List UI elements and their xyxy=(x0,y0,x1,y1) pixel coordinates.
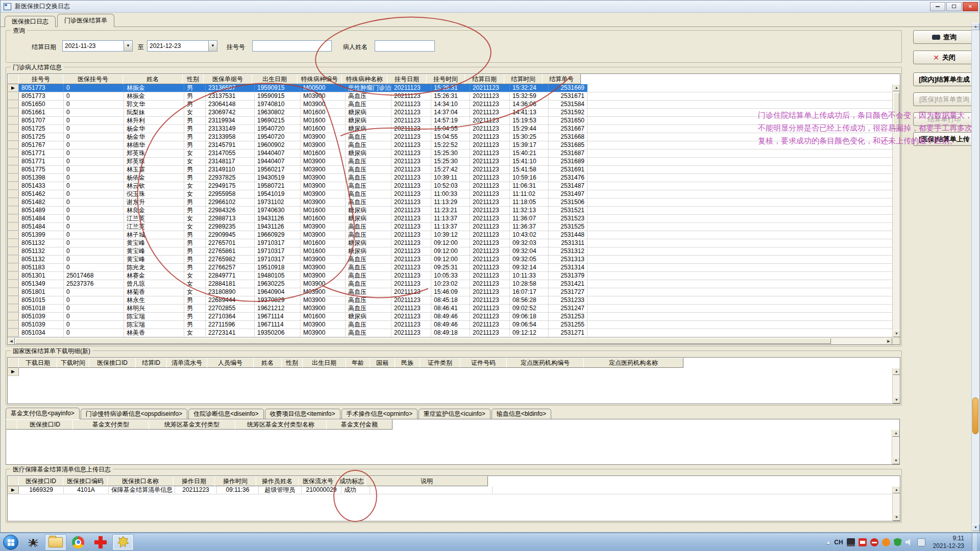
column-header[interactable]: 年龄 xyxy=(346,358,370,368)
minimize-button[interactable] xyxy=(930,2,945,11)
close-button[interactable]: ✕ 关闭 xyxy=(913,51,975,64)
table-row[interactable]: 80511830陈光龙男2276625719510918M03900高血压202… xyxy=(8,264,892,272)
table-row[interactable]: 805130125017468林赛金女2284977119480105M0390… xyxy=(8,272,892,280)
tab-2[interactable]: 门诊医保结算单 xyxy=(57,14,114,27)
start-button[interactable] xyxy=(3,535,18,550)
patient-grid-hscrollbar[interactable]: ◀ ▶ xyxy=(8,337,892,344)
column-header[interactable]: 结算日期 xyxy=(464,74,504,84)
column-header[interactable]: 清单流水号 xyxy=(166,358,207,368)
table-row[interactable]: 80511320黄宝峰男2276598219710317M03900高血压202… xyxy=(8,256,892,264)
column-header[interactable]: 性别 xyxy=(182,74,204,84)
column-header[interactable]: 结算单号 xyxy=(542,74,581,84)
date-from-combobox[interactable]: 2021-11-23 ▼ xyxy=(62,40,133,52)
column-header[interactable]: 操作日期 xyxy=(173,476,215,486)
column-header[interactable]: 证件号码 xyxy=(460,358,507,368)
inquire-settlement-button[interactable]: [医保]结算单查询 xyxy=(913,92,975,106)
scroll-down-icon[interactable]: ▼ xyxy=(893,514,900,521)
table-row[interactable]: 80511320黄宝峰男2276570119710317M01600糖尿病202… xyxy=(8,239,892,247)
scroll-down-icon[interactable]: ▼ xyxy=(893,330,900,337)
table-row[interactable]: 80513990林子城男2290994519660929M03900高血压202… xyxy=(8,231,892,239)
security-shield-icon[interactable] xyxy=(894,538,902,546)
column-header[interactable]: 医保接口ID xyxy=(89,358,136,368)
date-from-dropdown-icon[interactable]: ▼ xyxy=(124,41,132,51)
payinfo-grid-vscrollbar[interactable]: ▲ ▼ xyxy=(892,430,899,464)
generate-settlement-button[interactable]: [院内]结算单生成 xyxy=(913,72,975,86)
column-header[interactable]: 医保接口编码 xyxy=(63,476,108,486)
column-header[interactable]: 基金支付金额 xyxy=(326,419,393,430)
volume-icon[interactable] xyxy=(905,538,914,546)
query-button[interactable]: 查询 xyxy=(913,30,975,44)
column-header[interactable]: 医保接口ID xyxy=(18,476,63,486)
column-header[interactable]: 医保单据号 xyxy=(203,74,252,84)
table-row[interactable]: 805134925237376曾凡琼女2288418119630225M0390… xyxy=(8,280,892,288)
maximize-button[interactable] xyxy=(946,2,962,11)
tab-5[interactable]: 手术操作信息<oprninfo> xyxy=(341,409,418,419)
show-desktop-button[interactable] xyxy=(972,533,977,551)
tab-2[interactable]: 门诊慢特病诊断信息<opspdiseinfo> xyxy=(81,409,187,419)
page-vscrollbar[interactable]: ▲ ▼ xyxy=(971,23,979,531)
table-row[interactable]: 80516500郭文华男2306414819740810M03900高血压202… xyxy=(8,101,892,109)
tab-7[interactable]: 输血信息<bldinfo> xyxy=(492,409,551,419)
column-header[interactable]: 出生日期 xyxy=(302,358,346,368)
table-row[interactable]: 80510180林明兴男2270285519621212M03900高血压202… xyxy=(8,305,892,313)
scroll-up-icon[interactable]: ▲ xyxy=(893,84,900,91)
column-header[interactable]: 医保接口ID xyxy=(17,419,73,430)
column-header[interactable]: 国籍 xyxy=(370,358,395,368)
upload-log-grid-vscrollbar[interactable]: ▲ ▼ xyxy=(892,486,900,521)
column-header[interactable]: 结算ID xyxy=(135,358,167,368)
orange-tray-icon[interactable] xyxy=(882,538,890,546)
column-header[interactable]: 民族 xyxy=(395,358,420,368)
tray-chevron-icon[interactable]: ▲ xyxy=(826,540,830,545)
regno-input[interactable] xyxy=(252,40,332,52)
tab-4[interactable]: 收费项目信息<iteminfo> xyxy=(265,409,340,419)
column-header[interactable]: 下载日期 xyxy=(18,358,57,368)
column-header[interactable]: 统筹区基金支付类型 xyxy=(149,419,235,430)
column-header[interactable]: 操作员姓名 xyxy=(256,476,299,486)
table-row[interactable]: 80514620倪玉珠女2295595819541019M03900高血压202… xyxy=(8,190,892,198)
column-header[interactable]: 定点医药机构名称 xyxy=(583,358,683,368)
column-header[interactable]: 人员编号 xyxy=(207,358,254,368)
date-to-dropdown-icon[interactable]: ▼ xyxy=(208,41,217,51)
scroll-left-icon[interactable]: ◀ xyxy=(8,338,15,345)
language-indicator[interactable]: CH xyxy=(834,539,843,546)
column-header[interactable]: 结算时间 xyxy=(504,74,543,84)
taskbar-item-debug[interactable] xyxy=(22,534,44,550)
column-header[interactable]: 说明 xyxy=(365,476,488,486)
column-header[interactable]: 性别 xyxy=(281,358,303,368)
scroll-thumb[interactable] xyxy=(972,397,978,434)
keyboard-icon[interactable] xyxy=(847,538,855,546)
column-header[interactable]: 操作时间 xyxy=(214,476,256,486)
scroll-up-icon[interactable]: ▲ xyxy=(892,430,900,437)
tab-3[interactable]: 住院诊断信息<diseinfo> xyxy=(188,409,263,419)
table-row[interactable]: 80517710郑英珠女2314705519440407M01600糖尿病202… xyxy=(8,149,892,158)
table-row[interactable]: 80511320黄宝峰男2276586119710317M01600糖尿病202… xyxy=(8,247,892,256)
patient-name-input[interactable] xyxy=(375,40,435,52)
table-row[interactable]: 80517710郑英珠女2314811719440407M03900高血压202… xyxy=(8,158,892,166)
clock[interactable]: 9:11 2021-12-23 xyxy=(929,535,968,550)
column-header[interactable]: 成功标志 xyxy=(337,476,366,486)
table-row[interactable]: ▶80517730林振金男2313659719590915M00500恶性肿瘤门… xyxy=(8,84,892,92)
display-tray-icon[interactable] xyxy=(917,538,925,546)
table-row[interactable]: 80510390陈宝瑞男2271036419671114M01600糖尿病202… xyxy=(8,313,892,321)
table-row[interactable]: 80514330林云钦女2294917519580721M03900高血压202… xyxy=(8,182,892,190)
table-row[interactable]: 80517730林振金男2313753119590915M03900高血压202… xyxy=(8,92,892,101)
download-grid-vscrollbar[interactable]: ▲ ▼ xyxy=(892,368,900,404)
column-header[interactable]: 出生日期 xyxy=(252,74,298,84)
date-to-combobox[interactable]: 2021-12-23 ▼ xyxy=(147,40,217,52)
column-header[interactable]: 医保接口名称 xyxy=(107,476,174,486)
column-header[interactable]: 特殊病种名称 xyxy=(341,74,387,84)
column-header[interactable]: 姓名 xyxy=(122,74,183,84)
taskbar-item-file-manager[interactable] xyxy=(45,534,66,550)
table-row[interactable]: 80518010林菊香女2318089019640904M03900高血压202… xyxy=(8,288,892,296)
table-row[interactable]: 80514820谢东升男2296610219731102M03900高血压202… xyxy=(8,198,892,207)
column-header[interactable]: 挂号号 xyxy=(18,74,63,84)
tab-6[interactable]: 重症监护信息<icuinfo> xyxy=(419,409,491,419)
tab-1[interactable]: 医保接口日志 xyxy=(5,16,56,27)
scroll-right-icon[interactable]: ▶ xyxy=(885,338,892,345)
taskbar-item-medical[interactable] xyxy=(90,534,111,550)
table-row[interactable]: ▶16693294101A保障基金结算清单信息2021122309:11:36超… xyxy=(8,486,892,494)
table-row[interactable]: 80510340林美香女2272314119350206M03900高血压202… xyxy=(8,329,892,337)
table-row[interactable]: 80510390陈宝瑞男2271159619671114M03900高血压202… xyxy=(8,321,892,329)
table-row[interactable]: 80514890林良金男2298432619740630M01600糖尿病202… xyxy=(8,207,892,215)
close-window-button[interactable]: ✕ xyxy=(963,2,978,11)
